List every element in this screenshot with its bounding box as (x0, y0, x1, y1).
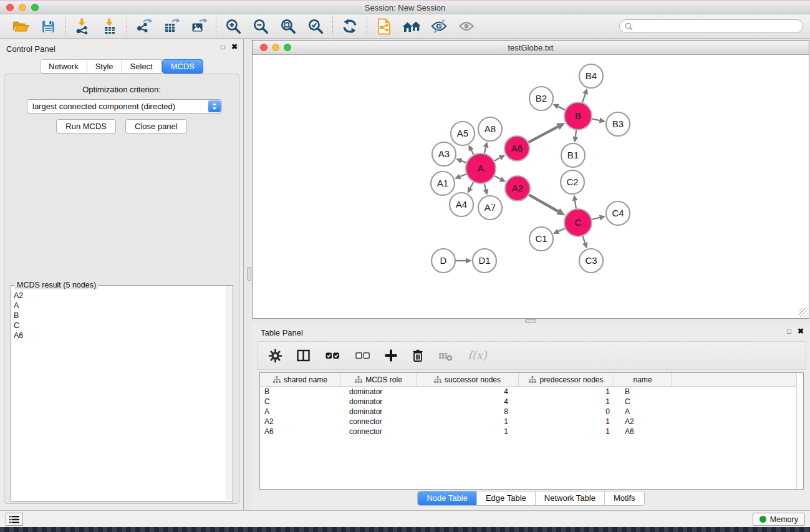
cell-shared-name[interactable]: C (260, 397, 341, 406)
cell-name[interactable]: B (614, 387, 672, 396)
minimize-window-button[interactable] (19, 4, 26, 11)
graph-node-B3[interactable]: B3 (606, 112, 630, 136)
tab-network-table[interactable]: Network Table (535, 491, 604, 505)
graph-node-C[interactable]: C (564, 209, 592, 236)
cell-shared-name[interactable]: A6 (260, 427, 341, 436)
optimization-criterion-select[interactable]: largest connected component (directed) (27, 99, 222, 114)
graph-edge-C-C3[interactable] (582, 236, 588, 249)
tab-network[interactable]: Network (40, 59, 87, 74)
cell-name[interactable]: A (614, 407, 672, 416)
graph-node-B1[interactable]: B1 (561, 143, 585, 167)
graph-edge-A2-C[interactable] (529, 195, 565, 215)
close-panel-icon[interactable]: ✖ (231, 42, 238, 51)
cell-MCDS-role[interactable]: connector (341, 427, 417, 436)
graph-node-A[interactable]: A (466, 153, 496, 183)
graph-node-C1[interactable]: C1 (529, 227, 553, 251)
cell-shared-name[interactable]: A2 (260, 417, 341, 426)
mcds-result-item[interactable]: B (14, 311, 224, 321)
graph-edge-C-C4[interactable] (592, 215, 605, 220)
cell-MCDS-role[interactable]: dominator (341, 397, 417, 406)
close-panel-button[interactable]: Close panel (125, 119, 187, 133)
graph-edge-B-B2[interactable] (553, 104, 566, 110)
float-table-panel-icon[interactable]: □ (787, 327, 791, 335)
tab-node-table[interactable]: Node Table (418, 491, 476, 505)
float-panel-icon[interactable]: □ (221, 43, 225, 51)
home-button[interactable] (402, 16, 422, 36)
zoom-out-button[interactable] (251, 16, 271, 36)
zoom-selected-button[interactable] (306, 16, 325, 36)
minimize-network-window-button[interactable] (272, 44, 279, 51)
import-network-button[interactable] (72, 16, 92, 36)
mcds-result-item[interactable]: C (14, 321, 224, 331)
zoom-window-button[interactable] (31, 4, 39, 11)
graph-edge-A6-B[interactable] (529, 123, 566, 142)
select-all-button[interactable] (324, 349, 341, 362)
delete-row-button[interactable] (411, 349, 425, 362)
network-graph-canvas[interactable]: B4B2BB3A5A8A6A3AB1A1C2A2A4A7C4CC1C3DD1 (253, 54, 808, 318)
search-field[interactable] (619, 19, 803, 33)
graph-node-A4[interactable]: A4 (450, 193, 473, 216)
cell-shared-name[interactable]: B (260, 387, 341, 396)
graph-node-A6[interactable]: A6 (504, 136, 529, 161)
graph-node-C3[interactable]: C3 (579, 249, 603, 273)
export-image-button[interactable] (189, 16, 209, 36)
graph-node-B[interactable]: B (564, 102, 592, 130)
task-history-button[interactable] (6, 513, 23, 526)
graph-edge-A-A6[interactable] (494, 155, 505, 161)
show-all-button[interactable] (456, 16, 476, 36)
column-header-shared-name[interactable]: shared name (260, 373, 341, 386)
network-view-window[interactable]: testGlobe.txt B4B2BB3A5A8A6A3AB1A1C2A2A4… (252, 40, 809, 319)
delete-table-button[interactable] (438, 349, 454, 362)
graph-node-A2[interactable]: A2 (505, 176, 530, 201)
cell-name[interactable]: A6 (614, 427, 672, 436)
graph-edge-B-B4[interactable] (582, 88, 588, 102)
table-scrollbar[interactable] (796, 373, 803, 489)
table-settings-button[interactable] (268, 349, 282, 363)
column-header-MCDS-role[interactable]: MCDS role (341, 373, 417, 386)
graph-edge-C-C1[interactable] (553, 228, 565, 234)
cell-predecessor-nodes[interactable]: 1 (519, 427, 614, 436)
cell-successor-nodes[interactable]: 4 (417, 397, 519, 406)
search-input[interactable] (636, 20, 803, 32)
graph-edge-A-A7[interactable] (483, 183, 489, 195)
cell-MCDS-role[interactable]: dominator (341, 387, 417, 396)
mcds-result-item[interactable]: A (14, 301, 224, 311)
deselect-all-button[interactable] (354, 349, 371, 362)
close-table-panel-icon[interactable]: ✖ (798, 327, 804, 336)
graph-edge-B-B1[interactable] (572, 130, 578, 143)
split-panel-button[interactable] (296, 349, 311, 362)
network-from-file-button[interactable] (374, 16, 394, 36)
graph-node-D1[interactable]: D1 (473, 249, 496, 273)
tab-edge-table[interactable]: Edge Table (476, 491, 535, 505)
tab-mcds[interactable]: MCDS (162, 59, 203, 74)
cell-MCDS-role[interactable]: connector (341, 417, 417, 426)
tab-motifs[interactable]: Motifs (604, 491, 644, 505)
close-network-window-button[interactable] (260, 44, 268, 51)
cell-successor-nodes[interactable]: 8 (417, 407, 519, 416)
table-row-C[interactable]: Cdominator41C (260, 397, 803, 407)
graph-node-C2[interactable]: C2 (561, 170, 584, 194)
cell-successor-nodes[interactable]: 1 (417, 427, 519, 436)
cell-successor-nodes[interactable]: 1 (417, 417, 519, 426)
graph-node-A1[interactable]: A1 (431, 172, 455, 195)
graph-node-B4[interactable]: B4 (579, 64, 603, 88)
memory-button[interactable]: Memory (753, 513, 805, 526)
close-window-button[interactable] (6, 4, 14, 11)
graph-node-D[interactable]: D (432, 249, 455, 273)
cell-predecessor-nodes[interactable]: 1 (519, 387, 614, 396)
add-row-button[interactable] (384, 349, 398, 362)
export-table-button[interactable] (162, 16, 181, 36)
app-titlebar[interactable]: Session: New Session (0, 1, 810, 14)
column-header-successor-nodes[interactable]: successor nodes (417, 373, 519, 386)
table-row-A6[interactable]: A6connector11A6 (260, 427, 803, 437)
column-header-predecessor-nodes[interactable]: predecessor nodes (519, 373, 614, 386)
graph-node-A8[interactable]: A8 (478, 117, 502, 141)
import-table-button[interactable] (100, 16, 120, 36)
graph-edge-A-A4[interactable] (468, 182, 474, 193)
cell-predecessor-nodes[interactable]: 0 (519, 407, 614, 416)
zoom-network-window-button[interactable] (284, 44, 291, 51)
graph-node-A7[interactable]: A7 (478, 196, 502, 220)
graph-edge-A-A1[interactable] (455, 174, 466, 179)
open-session-button[interactable] (11, 16, 31, 36)
graph-edge-C-C2[interactable] (572, 195, 578, 208)
